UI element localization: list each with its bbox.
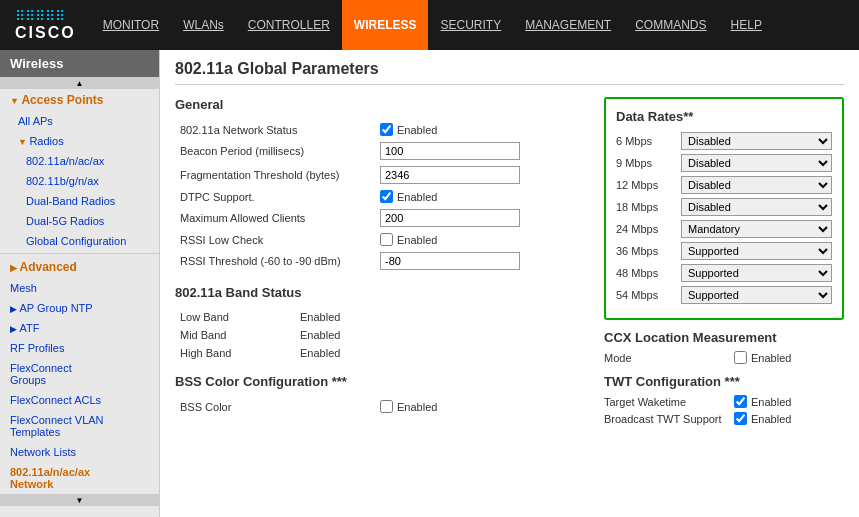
rate-24mbps-select[interactable]: DisabledMandatorySupported [681,220,832,238]
sidebar-item-dual5g[interactable]: Dual-5G Radios [0,211,159,231]
sidebar-item-network-lists[interactable]: Network Lists [0,442,159,462]
rate-48mbps-select[interactable]: DisabledMandatorySupported [681,264,832,282]
rate-6mbps-select[interactable]: DisabledMandatorySupported [681,132,832,150]
field-dtpc: DTPC Support. Enabled [175,187,589,206]
rate-12mbps-select[interactable]: DisabledMandatorySupported [681,176,832,194]
rssi-low-check-checkbox[interactable] [380,233,393,246]
twt-title: TWT Configuration *** [604,374,844,389]
sidebar-item-atf[interactable]: ATF [0,318,159,338]
data-rates-panel: Data Rates** 6 Mbps DisabledMandatorySup… [604,97,844,320]
rate-12mbps: 12 Mbps DisabledMandatorySupported [616,176,832,194]
cisco-dots: ⠿⠿⠿⠿⠿ [15,8,76,24]
rate-48mbps: 48 Mbps DisabledMandatorySupported [616,264,832,282]
bss-color-checkbox[interactable] [380,400,393,413]
cisco-name: CISCO [15,24,76,41]
ccx-mode-checkbox[interactable] [734,351,747,364]
field-rssi-low-check-label: RSSI Low Check [175,230,375,249]
twt-target-checkbox-label: Enabled [734,395,791,408]
rate-24mbps-label: 24 Mbps [616,223,676,235]
sidebar-item-access-points[interactable]: Access Points [0,89,159,111]
rate-36mbps-label: 36 Mbps [616,245,676,257]
rate-9mbps-label: 9 Mbps [616,157,676,169]
dtpc-checkbox-label: Enabled [380,190,584,203]
sidebar-item-dualband[interactable]: Dual-Band Radios [0,191,159,211]
beacon-period-input[interactable] [380,142,520,160]
twt-broadcast-label: Broadcast TWT Support [604,413,734,425]
band-high: High Band Enabled [175,344,589,362]
twt-broadcast-checkbox[interactable] [734,412,747,425]
field-rssi-threshold: RSSI Threshold (-60 to -90 dBm) [175,249,589,273]
nav-monitor[interactable]: MONITOR [91,0,171,50]
ccx-section: CCX Location Measurement Mode Enabled [604,330,844,364]
twt-broadcast-row: Broadcast TWT Support Enabled [604,412,844,425]
main-content: 802.11a Global Parameters General 802.11… [160,50,859,517]
sidebar-scroll-up[interactable]: ▲ [0,77,159,89]
field-bss-color: BSS Color Enabled [175,397,589,416]
max-clients-input[interactable] [380,209,520,227]
field-max-clients: Maximum Allowed Clients [175,206,589,230]
bss-color-text: Enabled [397,401,437,413]
rssi-threshold-input[interactable] [380,252,520,270]
rate-12mbps-label: 12 Mbps [616,179,676,191]
network-status-checkbox-label: Enabled [380,123,584,136]
network-status-checkbox[interactable] [380,123,393,136]
field-network-status-label: 802.11a Network Status [175,120,375,139]
sidebar-item-all-aps[interactable]: All APs [0,111,159,131]
rate-9mbps-select[interactable]: DisabledMandatorySupported [681,154,832,172]
sidebar-item-global-config[interactable]: Global Configuration [0,231,159,251]
field-rssi-low-check: RSSI Low Check Enabled [175,230,589,249]
page-title: 802.11a Global Parameters [175,60,844,85]
nav-controller[interactable]: CONTROLLER [236,0,342,50]
sidebar-item-flexconnect-acls[interactable]: FlexConnect ACLs [0,390,159,410]
ccx-mode-row: Mode Enabled [604,351,844,364]
nav-wlans[interactable]: WLANs [171,0,236,50]
general-form: 802.11a Network Status Enabled Beacon Pe… [175,120,589,273]
nav-help[interactable]: HELP [719,0,774,50]
rate-6mbps-label: 6 Mbps [616,135,676,147]
rate-36mbps-select[interactable]: DisabledMandatorySupported [681,242,832,260]
nav-wireless[interactable]: WIRELESS [342,0,429,50]
twt-target-checkbox[interactable] [734,395,747,408]
sidebar-item-rf-profiles[interactable]: RF Profiles [0,338,159,358]
rate-54mbps-select[interactable]: DisabledMandatorySupported [681,286,832,304]
ccx-mode-text: Enabled [751,352,791,364]
band-mid-status: Enabled [295,326,589,344]
nav-security[interactable]: SECURITY [428,0,513,50]
nav-management[interactable]: MANAGEMENT [513,0,623,50]
field-bss-color-label: BSS Color [175,397,375,416]
band-high-status: Enabled [295,344,589,362]
field-dtpc-label: DTPC Support. [175,187,375,206]
left-panel: General 802.11a Network Status Enabled B… [175,97,589,429]
bss-color-title: BSS Color Configuration *** [175,374,589,389]
ccx-title: CCX Location Measurement [604,330,844,345]
sidebar-item-80211a[interactable]: 802.11a/n/ac/ax [0,151,159,171]
rate-18mbps-select[interactable]: DisabledMandatorySupported [681,198,832,216]
field-fragmentation-label: Fragmentation Threshold (bytes) [175,163,375,187]
sidebar-item-80211b[interactable]: 802.11b/g/n/ax [0,171,159,191]
sidebar-item-80211a-network[interactable]: 802.11a/n/ac/axNetwork [0,462,159,494]
sidebar-item-flexconnect-groups[interactable]: FlexConnectGroups [0,358,159,390]
dtpc-checkbox[interactable] [380,190,393,203]
band-low-status: Enabled [295,308,589,326]
ccx-mode-checkbox-label: Enabled [734,351,791,364]
rssi-low-check-label: Enabled [380,233,584,246]
band-low: Low Band Enabled [175,308,589,326]
sidebar-item-advanced[interactable]: Advanced [0,256,159,278]
nav-commands[interactable]: COMMANDS [623,0,718,50]
sidebar: Wireless ▲ Access Points All APs Radios … [0,50,160,517]
sidebar-item-radios[interactable]: Radios [0,131,159,151]
sidebar-item-mesh[interactable]: Mesh [0,278,159,298]
sidebar-section: Access Points All APs Radios 802.11a/n/a… [0,89,159,494]
band-status-table: Low Band Enabled Mid Band Enabled High B… [175,308,589,362]
band-mid-label: Mid Band [175,326,295,344]
sidebar-item-ap-group-ntp[interactable]: AP Group NTP [0,298,159,318]
fragmentation-input[interactable] [380,166,520,184]
general-section-title: General [175,97,589,112]
band-high-label: High Band [175,344,295,362]
sidebar-scroll-down[interactable]: ▼ [0,494,159,506]
rate-24mbps: 24 Mbps DisabledMandatorySupported [616,220,832,238]
rate-9mbps: 9 Mbps DisabledMandatorySupported [616,154,832,172]
rate-6mbps: 6 Mbps DisabledMandatorySupported [616,132,832,150]
sidebar-item-flexconnect-vlan[interactable]: FlexConnect VLANTemplates [0,410,159,442]
rate-54mbps: 54 Mbps DisabledMandatorySupported [616,286,832,304]
